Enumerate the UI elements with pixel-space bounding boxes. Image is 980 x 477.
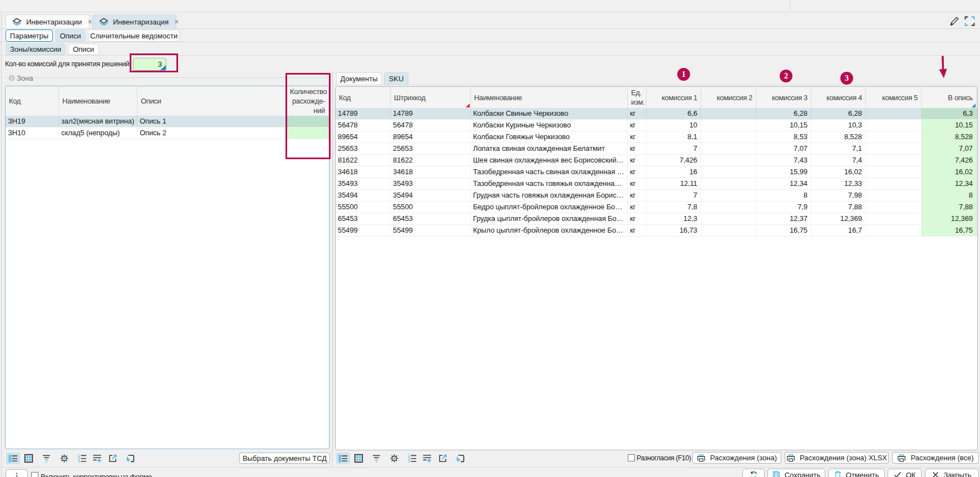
- table-cell[interactable]: Тазобедренная часть свиная охлажденная Б…: [471, 166, 628, 178]
- column-header[interactable]: Ед.изм.: [628, 87, 647, 108]
- table-cell[interactable]: 16,73: [647, 225, 701, 236]
- raznoglasiya-checkbox[interactable]: [628, 454, 635, 461]
- tab-sku[interactable]: SKU: [384, 72, 408, 85]
- table-cell[interactable]: [866, 201, 922, 213]
- list-view-button[interactable]: [336, 453, 350, 464]
- table-cell[interactable]: [287, 116, 329, 127]
- table-cell[interactable]: 7,1: [811, 143, 866, 154]
- table-cell[interactable]: [866, 225, 922, 236]
- table-cell[interactable]: 7,8: [647, 201, 701, 213]
- table-cell[interactable]: кг: [628, 213, 647, 224]
- table-cell[interactable]: 8,1: [647, 131, 701, 142]
- table-row[interactable]: 8162281622Шея свиная охлажденная вес Бор…: [336, 155, 977, 166]
- table-cell[interactable]: [866, 131, 922, 142]
- table-row[interactable]: 5549955499Крыло цыплят-бройлеров охлажде…: [336, 225, 977, 237]
- table-cell[interactable]: 6,3: [922, 108, 977, 119]
- table-cell[interactable]: кг: [628, 190, 647, 201]
- table-cell[interactable]: Тазобедренная часть говяжья охлажденная …: [471, 178, 628, 189]
- panel-splitter[interactable]: [332, 71, 333, 467]
- table-cell[interactable]: 12,34: [756, 178, 811, 189]
- table-row[interactable]: 5647856478Колбаски Куриные Черкизовокг10…: [336, 120, 977, 131]
- table-cell[interactable]: 7,88: [811, 201, 866, 213]
- table-cell[interactable]: [701, 178, 756, 189]
- table-cell[interactable]: 6,6: [647, 108, 701, 119]
- tab-dokumenty[interactable]: Документы: [336, 72, 382, 85]
- table-cell[interactable]: 8,528: [922, 131, 977, 142]
- table-cell[interactable]: 7,426: [647, 155, 701, 166]
- table-cell[interactable]: 56478: [336, 120, 391, 131]
- tab-parametry[interactable]: Параметры: [6, 29, 53, 42]
- grid-view-button[interactable]: [22, 453, 36, 464]
- table-cell[interactable]: [287, 127, 329, 139]
- table-cell[interactable]: 55500: [391, 201, 471, 213]
- column-header[interactable]: В опись: [922, 87, 977, 108]
- correction-checkbox[interactable]: [31, 472, 38, 477]
- table-cell[interactable]: [701, 143, 756, 154]
- table-cell[interactable]: 12,33: [811, 178, 866, 189]
- table-cell[interactable]: [701, 166, 756, 178]
- table-cell[interactable]: кг: [628, 120, 647, 131]
- table-cell[interactable]: 16,75: [756, 225, 811, 236]
- table-cell[interactable]: 7,43: [756, 155, 811, 166]
- tab-slichitelnye-vedomosti[interactable]: Сличительные ведомости: [88, 29, 180, 42]
- table-cell[interactable]: 34618: [336, 166, 391, 178]
- column-header[interactable]: Наименование: [471, 87, 628, 108]
- table-cell[interactable]: 7,4: [811, 155, 866, 166]
- table-cell[interactable]: 14789: [391, 108, 471, 119]
- table-cell[interactable]: Крыло цыплят-бройлеров охлажденное Борис…: [471, 225, 628, 236]
- settings-gear-button[interactable]: [57, 453, 71, 464]
- table-cell[interactable]: 65453: [336, 213, 391, 224]
- table-row[interactable]: 3549335493Тазобедренная часть говяжья ох…: [336, 178, 977, 190]
- tab-opisi[interactable]: Описи: [55, 29, 86, 42]
- numbered-list-button[interactable]: 123: [75, 453, 89, 464]
- table-cell[interactable]: Колбаски Говяжьи Черкизово: [471, 131, 628, 142]
- column-header[interactable]: Наименование: [59, 86, 137, 116]
- filter-button[interactable]: [370, 453, 383, 464]
- discrepancy-all-button[interactable]: Расхождения (все): [892, 452, 979, 464]
- table-cell[interactable]: Грудка цыплят-бройлеров охлажденная Бори…: [471, 213, 628, 224]
- table-cell[interactable]: 6,28: [756, 108, 811, 119]
- numbered-list-button[interactable]: 123: [405, 453, 419, 464]
- table-cell[interactable]: [866, 155, 922, 166]
- reload-button[interactable]: [124, 453, 137, 464]
- table-cell[interactable]: 10,3: [811, 120, 866, 131]
- table-cell[interactable]: 81622: [391, 155, 471, 166]
- column-header[interactable]: Штрихкод: [391, 87, 471, 108]
- tab-inventarizatsii[interactable]: Инвентаризации ×: [6, 14, 90, 28]
- tab-inventarizatsiya[interactable]: Инвентаризация ×: [92, 14, 176, 28]
- reload-button[interactable]: [454, 453, 467, 464]
- export-button[interactable]: [106, 453, 120, 464]
- table-cell[interactable]: [701, 190, 756, 201]
- list-view-button[interactable]: [6, 453, 20, 464]
- table-cell[interactable]: 16,75: [922, 225, 977, 236]
- table-cell[interactable]: Лопатка свиная охлажденная Белатмит: [471, 143, 628, 154]
- table-row[interactable]: 1478914789Колбаски Свиные Черкизовокг6,6…: [336, 108, 977, 120]
- select-tsd-documents-button[interactable]: Выбрать документы ТСД: [239, 453, 330, 464]
- table-cell[interactable]: 35493: [336, 178, 391, 189]
- table-row[interactable]: 3549435494Грудная часть говяжья охлажден…: [336, 190, 977, 201]
- table-cell[interactable]: 55500: [336, 201, 391, 213]
- table-cell[interactable]: зал2(мясная витрина): [59, 116, 137, 127]
- table-cell[interactable]: 10,15: [922, 120, 977, 131]
- column-header[interactable]: комиссия 2: [701, 87, 756, 108]
- table-cell[interactable]: [701, 120, 756, 131]
- table-cell[interactable]: 16: [647, 166, 701, 178]
- table-cell[interactable]: 12,3: [647, 213, 701, 224]
- table-row[interactable]: ЗН10склад5 (непроды)Опись 2: [6, 127, 329, 139]
- table-cell[interactable]: Грудная часть говяжья охлажденная Борисо…: [471, 190, 628, 201]
- table-cell[interactable]: 7: [647, 190, 701, 201]
- table-cell[interactable]: 81622: [336, 155, 391, 166]
- table-cell[interactable]: 7,98: [811, 190, 866, 201]
- table-cell[interactable]: 12,37: [756, 213, 811, 224]
- tab-opisi-sub[interactable]: Описи: [68, 43, 99, 55]
- table-row[interactable]: 5550055500Бедро цыплят-бройлеров охлажде…: [336, 201, 977, 213]
- table-cell[interactable]: 8: [756, 190, 811, 201]
- table-cell[interactable]: 7,426: [922, 155, 977, 166]
- table-cell[interactable]: 12,11: [647, 178, 701, 189]
- table-cell[interactable]: [866, 190, 922, 201]
- close-icon[interactable]: ×: [174, 18, 179, 26]
- table-cell[interactable]: [866, 178, 922, 189]
- table-cell[interactable]: кг: [628, 225, 647, 236]
- table-cell[interactable]: кг: [628, 131, 647, 142]
- table-cell[interactable]: ЗН19: [6, 116, 59, 127]
